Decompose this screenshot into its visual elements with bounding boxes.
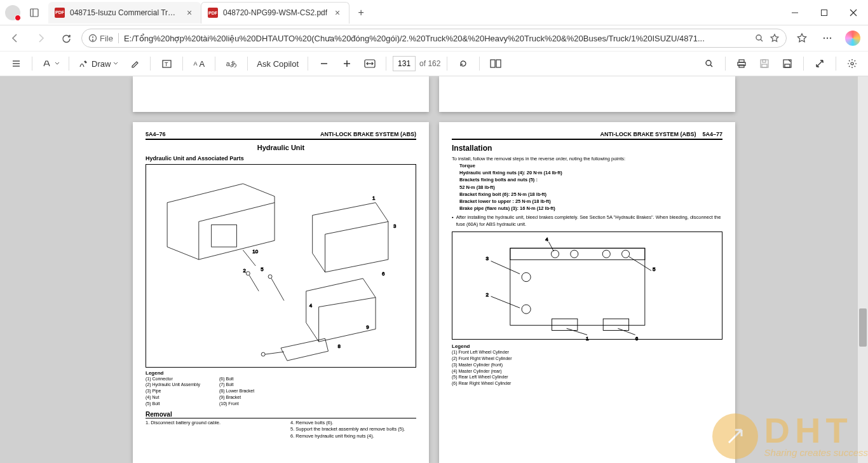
- svg-rect-32: [762, 64, 767, 67]
- svg-rect-63: [603, 319, 628, 330]
- svg-line-68: [548, 242, 553, 251]
- svg-line-38: [249, 275, 259, 291]
- settings-button[interactable]: [843, 54, 862, 73]
- pdf-icon: PDF: [208, 8, 218, 18]
- close-icon[interactable]: ×: [332, 8, 342, 18]
- svg-rect-25: [496, 60, 501, 67]
- pdf-page-prev-right: [439, 76, 735, 112]
- fullscreen-button[interactable]: [810, 54, 829, 73]
- find-button[interactable]: [700, 54, 719, 73]
- page-input[interactable]: [393, 56, 416, 71]
- svg-rect-30: [739, 65, 744, 67]
- ask-copilot-button[interactable]: Ask Copilot: [254, 54, 301, 73]
- forward-button[interactable]: [31, 28, 51, 48]
- svg-line-70: [567, 329, 587, 335]
- new-tab-button[interactable]: +: [352, 4, 370, 22]
- svg-point-61: [621, 250, 629, 258]
- tab-inactive[interactable]: PDF 048715-Isuzu Commercial Truck F ×: [48, 2, 201, 24]
- section-no: 5A4–76: [146, 131, 166, 137]
- separator: [182, 57, 183, 71]
- svg-text:3: 3: [393, 223, 397, 229]
- pdf-toolbar: Draw T AA aあ Ask Copilot of 162: [0, 51, 868, 76]
- port-diagram: 3 2 4 1 6 5: [452, 232, 722, 340]
- text-button[interactable]: T: [157, 54, 176, 73]
- draw-button[interactable]: Draw: [76, 54, 121, 73]
- erase-button[interactable]: [125, 54, 144, 73]
- svg-text:6: 6: [635, 336, 639, 342]
- fit-button[interactable]: [360, 54, 379, 73]
- rotate-button[interactable]: [454, 54, 473, 73]
- profile-avatar[interactable]: [5, 5, 20, 20]
- svg-text:5: 5: [653, 266, 656, 272]
- scrollbar[interactable]: [858, 76, 868, 463]
- back-button[interactable]: [5, 28, 25, 48]
- tab-active[interactable]: PDF 048720-NPG99-WSM-CS2.pdf ×: [201, 2, 349, 24]
- svg-text:5: 5: [261, 266, 264, 272]
- separator: [803, 57, 804, 71]
- separator: [247, 57, 248, 71]
- scroll-thumb[interactable]: [859, 308, 867, 347]
- highlight-button[interactable]: [39, 54, 62, 73]
- svg-text:10: 10: [252, 249, 258, 254]
- ask-copilot-label: Ask Copilot: [257, 59, 299, 69]
- page-view-button[interactable]: [486, 54, 505, 73]
- removal-heading: Removal: [146, 411, 416, 418]
- favorites-button[interactable]: [792, 28, 812, 48]
- pdf-icon: PDF: [55, 8, 65, 18]
- zoom-in-button[interactable]: [337, 54, 356, 73]
- svg-point-13: [830, 38, 831, 39]
- svg-point-41: [268, 275, 272, 279]
- separator: [118, 33, 119, 43]
- svg-point-39: [246, 272, 250, 275]
- svg-line-27: [710, 65, 712, 67]
- copilot-button[interactable]: [843, 28, 863, 48]
- window-controls: [780, 0, 868, 25]
- minimize-button[interactable]: [780, 0, 810, 25]
- svg-line-10: [761, 39, 763, 41]
- svg-text:2: 2: [485, 292, 489, 298]
- svg-line-74: [629, 256, 651, 270]
- exploded-diagram: 1 2 3 4 5 6 8 9 10: [146, 164, 416, 368]
- refresh-button[interactable]: [56, 28, 76, 48]
- save-as-button[interactable]: [778, 54, 797, 73]
- titlebar: PDF 048715-Isuzu Commercial Truck F × PD…: [0, 0, 868, 25]
- text-size-button[interactable]: AA: [189, 54, 208, 73]
- svg-text:4: 4: [309, 302, 313, 308]
- page-subtitle: Hydraulic Unit and Associated Parts: [146, 155, 416, 162]
- svg-text:6: 6: [382, 271, 385, 277]
- menu-button[interactable]: [817, 28, 837, 48]
- close-icon[interactable]: ×: [184, 8, 194, 18]
- separator: [69, 57, 69, 71]
- close-button[interactable]: [839, 0, 868, 25]
- legend-col-left: (1) Connector (2) Hydraulic Unit Assembl…: [146, 376, 200, 407]
- separator: [308, 57, 308, 71]
- svg-point-9: [756, 35, 761, 40]
- zoom-out-button[interactable]: [315, 54, 334, 73]
- svg-text:3: 3: [485, 256, 489, 262]
- svg-line-42: [265, 352, 284, 354]
- svg-text:8: 8: [337, 343, 341, 349]
- svg-point-60: [602, 250, 610, 258]
- separator: [725, 57, 726, 71]
- favorite-icon[interactable]: [770, 33, 780, 43]
- svg-text:9: 9: [366, 324, 369, 330]
- translate-button[interactable]: aあ: [222, 54, 241, 73]
- legend-col-right: (6) Bolt (7) Bolt (8) Lower Bracket (9) …: [219, 376, 254, 407]
- save-button[interactable]: [755, 54, 774, 73]
- print-button[interactable]: [732, 54, 751, 73]
- contents-button[interactable]: [6, 54, 25, 73]
- svg-point-59: [571, 250, 578, 258]
- svg-point-43: [261, 352, 265, 356]
- install-text: To install, follow the removal steps in …: [452, 155, 722, 228]
- svg-rect-3: [822, 10, 827, 15]
- svg-point-56: [522, 273, 531, 282]
- svg-rect-62: [552, 319, 577, 330]
- separator: [150, 57, 151, 71]
- pdf-viewer[interactable]: 5A4–76ANTI-LOCK BRAKE SYSTEM (ABS) Hydra…: [0, 76, 868, 463]
- separator: [447, 57, 447, 71]
- search-in-page-icon[interactable]: [754, 33, 764, 43]
- url-box[interactable]: File E:/Tổng%20hợp%20tài%20liệu%20DHTAUT…: [81, 29, 787, 48]
- page-title: Hydraulic Unit: [146, 144, 416, 151]
- maximize-button[interactable]: [810, 0, 839, 25]
- tab-actions-icon[interactable]: [25, 4, 43, 22]
